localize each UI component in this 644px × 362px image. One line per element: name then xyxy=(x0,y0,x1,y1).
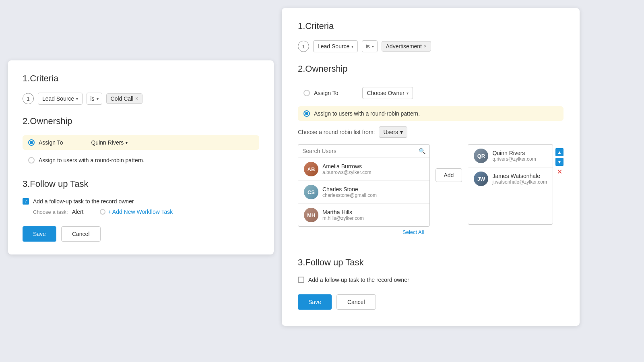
right-choose-owner-dropdown[interactable]: Choose Owner ▾ xyxy=(362,87,413,99)
user-list: AB Amelia Burrows a.burrows@zylker.com C… xyxy=(298,158,429,226)
avatar: CS xyxy=(304,185,318,199)
left-button-row: Save Cancel xyxy=(23,226,259,242)
tag-close-icon[interactable]: × xyxy=(135,96,138,101)
right-assign-to-radio[interactable] xyxy=(303,90,310,96)
left-ownership-title: 2.Ownership xyxy=(23,116,259,126)
right-assign-to-option[interactable]: Assign To Choose Owner ▾ xyxy=(298,83,564,103)
reorder-controls: ▲ ▼ ✕ xyxy=(555,144,564,176)
assign-to-option[interactable]: Assign To Quinn Rivers ▾ xyxy=(23,135,259,150)
right-followup-checkbox[interactable] xyxy=(298,277,304,283)
owner-dropdown-arrow: ▾ xyxy=(126,141,128,145)
search-users-input[interactable] xyxy=(302,148,419,154)
rr-dropdown-arrow: ▾ xyxy=(400,129,403,135)
left-followup-section: 3.Follow up Task Add a follow-up task to… xyxy=(23,179,259,215)
left-checkbox-row: Add a follow-up task to the record owner xyxy=(23,198,259,205)
avatar: MH xyxy=(304,208,318,222)
right-followup-title: 3.Follow up Task xyxy=(298,257,564,268)
move-up-button[interactable]: ▲ xyxy=(555,148,564,156)
assign-to-radio[interactable] xyxy=(28,139,35,146)
criteria-number-badge: 1 xyxy=(23,93,34,104)
right-criteria-number-badge: 1 xyxy=(298,41,309,52)
left-criteria-title: 1.Criteria xyxy=(23,73,259,84)
left-panel: 1.Criteria 1 Lead Source ▾ is ▾ Cold Cal… xyxy=(8,60,274,254)
selected-user-item: QR Quinn Rivers q.rivers@zylker.com xyxy=(468,145,553,168)
right-save-button[interactable]: Save xyxy=(298,294,332,310)
left-cancel-button[interactable]: Cancel xyxy=(61,226,101,242)
field-dropdown[interactable]: Lead Source ▾ xyxy=(38,93,83,105)
right-criteria-title: 1.Criteria xyxy=(298,21,564,31)
divider xyxy=(298,249,564,249)
right-checkbox-row: Add a follow-up task to the record owner xyxy=(298,277,564,283)
list-item[interactable]: CS Charles Stone charlesstone@gmail.com xyxy=(298,181,429,204)
move-down-button[interactable]: ▼ xyxy=(555,158,564,166)
select-all-link[interactable]: Select All xyxy=(298,227,430,238)
round-robin-list-dropdown[interactable]: Users ▾ xyxy=(379,126,407,138)
avatar: QR xyxy=(474,149,488,163)
owner-dropdown[interactable]: Quinn Rivers ▾ xyxy=(91,139,128,146)
right-operator-dropdown[interactable]: is ▾ xyxy=(362,40,377,52)
right-cancel-button[interactable]: Cancel xyxy=(336,294,376,310)
right-panel: 1.Criteria 1 Lead Source ▾ is ▾ Advertis… xyxy=(282,8,580,326)
right-criteria-row: 1 Lead Source ▾ is ▾ Advertisement × xyxy=(298,40,564,52)
right-field-dropdown-arrow: ▾ xyxy=(351,44,353,49)
criteria-tag: Cold Call × xyxy=(106,93,143,104)
right-ownership-title: 2.Ownership xyxy=(298,64,564,74)
right-round-robin-option[interactable]: Assign to users with a round-robin patte… xyxy=(298,106,564,121)
round-robin-option[interactable]: Assign to users with a round-robin patte… xyxy=(23,153,259,168)
avatar: AB xyxy=(304,162,318,176)
left-save-button[interactable]: Save xyxy=(23,226,56,242)
left-ownership-section: 2.Ownership Assign To Quinn Rivers ▾ Ass… xyxy=(23,116,259,168)
right-criteria-tag: Advertisement × xyxy=(382,41,431,52)
left-criteria-row: 1 Lead Source ▾ is ▾ Cold Call × xyxy=(23,93,259,105)
right-field-dropdown[interactable]: Lead Source ▾ xyxy=(313,40,358,52)
right-button-row: Save Cancel xyxy=(298,294,564,310)
list-item[interactable]: MH Martha Hills m.hills@zylker.com xyxy=(298,204,429,226)
selected-users-box: QR Quinn Rivers q.rivers@zylker.com JW J… xyxy=(468,144,553,225)
add-users-button[interactable]: Add xyxy=(436,168,462,182)
right-round-robin-radio[interactable] xyxy=(303,110,310,117)
add-button-col: Add xyxy=(436,144,462,182)
remove-user-button[interactable]: ✕ xyxy=(555,168,564,176)
right-followup-section: 3.Follow up Task Add a follow-up task to… xyxy=(298,257,564,283)
user-search-area: 🔍 AB Amelia Burrows a.burrows@zylker.com xyxy=(298,144,564,238)
right-tag-close-icon[interactable]: × xyxy=(424,43,427,49)
operator-arrow: ▾ xyxy=(97,97,99,101)
add-workflow-task-btn[interactable]: + Add New Workflow Task xyxy=(100,209,173,215)
selected-user-item: JW James Watsonhale j.watsonhale@zylker.… xyxy=(468,168,553,190)
round-robin-config-row: Choose a round robin list from: Users ▾ xyxy=(298,126,564,138)
right-operator-arrow: ▾ xyxy=(372,44,374,49)
round-robin-radio[interactable] xyxy=(28,157,35,163)
user-search-box: 🔍 AB Amelia Burrows a.burrows@zylker.com xyxy=(298,144,430,227)
search-input-row: 🔍 xyxy=(298,145,429,158)
add-task-radio-icon xyxy=(100,209,105,215)
list-item[interactable]: AB Amelia Burrows a.burrows@zylker.com xyxy=(298,158,429,181)
search-icon: 🔍 xyxy=(419,148,425,154)
right-ownership-section: 2.Ownership Assign To Choose Owner ▾ Ass… xyxy=(298,64,564,238)
left-followup-title: 3.Follow up Task xyxy=(23,179,259,189)
avatar: JW xyxy=(474,172,488,186)
operator-dropdown[interactable]: is ▾ xyxy=(87,93,102,105)
task-row: Choose a task: Alert + Add New Workflow … xyxy=(33,209,259,215)
field-dropdown-arrow: ▾ xyxy=(76,97,78,101)
followup-checkbox[interactable] xyxy=(23,198,29,205)
right-choose-owner-arrow: ▾ xyxy=(407,91,409,95)
